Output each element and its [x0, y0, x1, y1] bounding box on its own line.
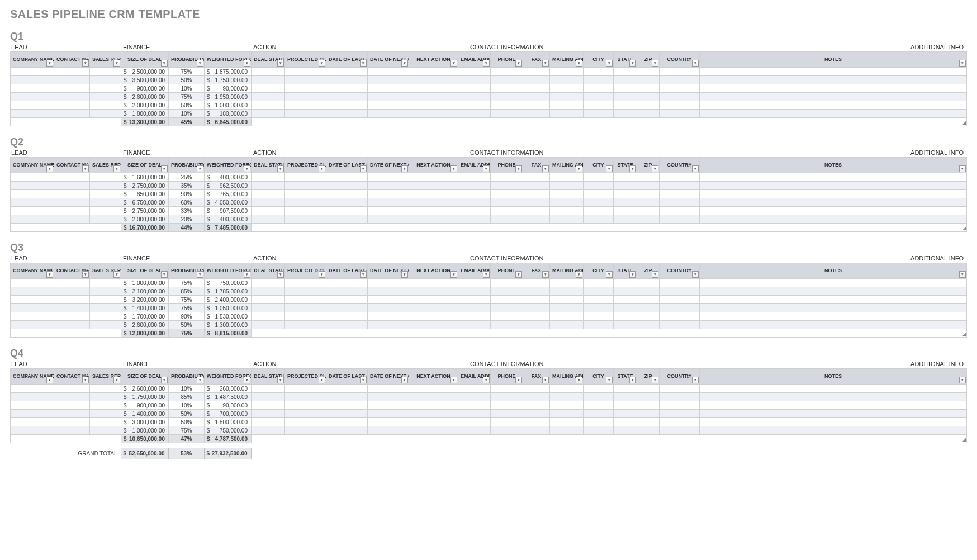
- cell-country[interactable]: [660, 321, 700, 329]
- cell-email[interactable]: [458, 401, 491, 410]
- cell-nextc[interactable]: [368, 68, 409, 76]
- cell-country[interactable]: [660, 312, 700, 321]
- wf-filter-dropdown[interactable]: ▾: [244, 377, 250, 383]
- cell-notes[interactable]: [700, 215, 967, 224]
- cell-state[interactable]: [614, 321, 637, 329]
- cell-mail[interactable]: [550, 287, 584, 296]
- lastc-filter-dropdown[interactable]: ▾: [360, 60, 367, 67]
- cell-mail[interactable]: [550, 68, 584, 76]
- cell-rep[interactable]: [90, 76, 121, 84]
- cell-status[interactable]: [252, 385, 285, 393]
- cell-rep[interactable]: [90, 401, 121, 410]
- cell-city[interactable]: [584, 312, 614, 321]
- cell-nexta[interactable]: [409, 287, 458, 296]
- cell-mail[interactable]: [550, 321, 584, 329]
- cell-company[interactable]: [11, 207, 54, 215]
- cell-contact[interactable]: [54, 312, 90, 321]
- size-filter-dropdown[interactable]: ▾: [161, 60, 168, 67]
- lastc-filter-dropdown[interactable]: ▾: [360, 377, 367, 383]
- cell-lastc[interactable]: [326, 182, 368, 190]
- cell-nexta[interactable]: [409, 68, 458, 76]
- cell-state[interactable]: [614, 76, 637, 84]
- cell-proj[interactable]: [285, 68, 326, 76]
- cell-mail[interactable]: [550, 279, 584, 287]
- cell-nexta[interactable]: [409, 296, 458, 304]
- cell-nextc[interactable]: [368, 410, 409, 418]
- cell-notes[interactable]: [700, 426, 967, 435]
- notes-filter-dropdown[interactable]: ▾: [959, 165, 966, 172]
- cell-state[interactable]: [614, 215, 637, 224]
- cell-notes[interactable]: [700, 110, 967, 118]
- cell-fax[interactable]: [523, 287, 550, 296]
- cell-nextc[interactable]: [368, 426, 409, 435]
- cell-fax[interactable]: [523, 279, 550, 287]
- cell-zip[interactable]: [637, 190, 660, 198]
- cell-fax[interactable]: [523, 321, 550, 329]
- cell-phone[interactable]: [491, 110, 523, 118]
- cell-notes[interactable]: [700, 190, 967, 198]
- cell-fax[interactable]: [523, 215, 550, 224]
- cell-contact[interactable]: [54, 304, 90, 312]
- cell-nextc[interactable]: [368, 393, 409, 401]
- cell-city[interactable]: [584, 321, 614, 329]
- cell-company[interactable]: [11, 393, 54, 401]
- nexta-filter-dropdown[interactable]: ▾: [450, 60, 457, 67]
- city-filter-dropdown[interactable]: ▾: [606, 165, 613, 172]
- fax-filter-dropdown[interactable]: ▾: [542, 165, 549, 172]
- cell-country[interactable]: [660, 101, 700, 110]
- cell-lastc[interactable]: [326, 101, 368, 110]
- cell-fax[interactable]: [523, 401, 550, 410]
- cell-lastc[interactable]: [326, 279, 368, 287]
- cell-rep[interactable]: [90, 173, 121, 182]
- cell-nexta[interactable]: [409, 215, 458, 224]
- cell-lastc[interactable]: [326, 410, 368, 418]
- cell-nextc[interactable]: [368, 296, 409, 304]
- cell-city[interactable]: [584, 110, 614, 118]
- phone-filter-dropdown[interactable]: ▾: [515, 377, 522, 383]
- cell-nexta[interactable]: [409, 312, 458, 321]
- cell-lastc[interactable]: [326, 68, 368, 76]
- cell-state[interactable]: [614, 93, 637, 101]
- cell-company[interactable]: [11, 190, 54, 198]
- rep-filter-dropdown[interactable]: ▾: [113, 377, 120, 383]
- cell-contact[interactable]: [54, 426, 90, 435]
- cell-phone[interactable]: [491, 296, 523, 304]
- cell-zip[interactable]: [637, 215, 660, 224]
- cell-lastc[interactable]: [326, 173, 368, 182]
- cell-email[interactable]: [458, 182, 491, 190]
- cell-phone[interactable]: [491, 410, 523, 418]
- cell-email[interactable]: [458, 101, 491, 110]
- cell-nextc[interactable]: [368, 207, 409, 215]
- cell-phone[interactable]: [491, 198, 523, 207]
- cell-status[interactable]: [252, 76, 285, 84]
- cell-city[interactable]: [584, 173, 614, 182]
- cell-mail[interactable]: [550, 190, 584, 198]
- cell-zip[interactable]: [637, 76, 660, 84]
- cell-country[interactable]: [660, 215, 700, 224]
- cell-email[interactable]: [458, 84, 491, 93]
- cell-email[interactable]: [458, 304, 491, 312]
- cell-fax[interactable]: [523, 296, 550, 304]
- cell-country[interactable]: [660, 418, 700, 426]
- cell-phone[interactable]: [491, 68, 523, 76]
- mail-filter-dropdown[interactable]: ▾: [576, 271, 582, 278]
- cell-contact[interactable]: [54, 385, 90, 393]
- status-filter-dropdown[interactable]: ▾: [277, 60, 284, 67]
- cell-status[interactable]: [252, 173, 285, 182]
- cell-lastc[interactable]: [326, 110, 368, 118]
- cell-company[interactable]: [11, 410, 54, 418]
- cell-rep[interactable]: [90, 312, 121, 321]
- cell-nextc[interactable]: [368, 321, 409, 329]
- state-filter-dropdown[interactable]: ▾: [629, 60, 636, 67]
- zip-filter-dropdown[interactable]: ▾: [652, 377, 658, 383]
- cell-proj[interactable]: [285, 76, 326, 84]
- cell-email[interactable]: [458, 312, 491, 321]
- cell-proj[interactable]: [285, 93, 326, 101]
- email-filter-dropdown[interactable]: ▾: [483, 377, 490, 383]
- cell-lastc[interactable]: [326, 321, 368, 329]
- cell-fax[interactable]: [523, 198, 550, 207]
- cell-city[interactable]: [584, 296, 614, 304]
- cell-mail[interactable]: [550, 101, 584, 110]
- cell-rep[interactable]: [90, 110, 121, 118]
- state-filter-dropdown[interactable]: ▾: [629, 377, 636, 383]
